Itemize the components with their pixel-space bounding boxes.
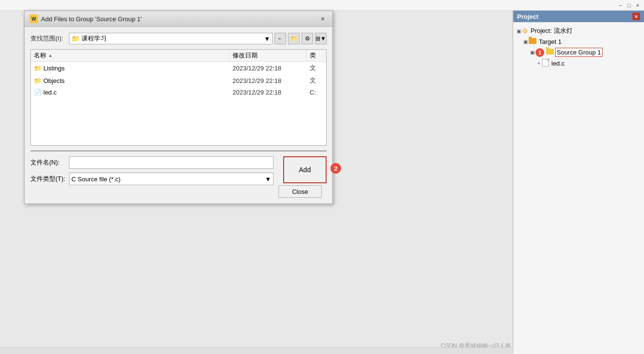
view-icon: ⊞▼: [315, 35, 326, 42]
expand-source-group[interactable]: ▣: [529, 49, 535, 56]
target-icon: [529, 38, 536, 45]
project-panel-close[interactable]: ×: [632, 13, 640, 20]
top-bar: − □ ×: [0, 0, 644, 11]
minimize-button[interactable]: −: [616, 1, 625, 10]
ledc-label[interactable]: led.c: [550, 59, 565, 68]
folder-dropdown-icon: 📁: [71, 35, 80, 42]
tree-item-target[interactable]: ▣ Target 1: [515, 37, 642, 47]
col-name[interactable]: 名称 ▲: [31, 50, 230, 61]
options-icon: ⚙: [305, 35, 310, 42]
filetype-row: 文件类型(T): C Source file (*.c) ▼: [30, 173, 274, 185]
project-panel: Project × ▣ ⚙ Project: 流水灯 ▣ Target 1 ▣ …: [513, 11, 644, 354]
file-type-2: C:: [307, 88, 326, 97]
filename-label: 文件名(N):: [30, 158, 69, 167]
file-name-2: led.c: [43, 89, 56, 96]
file-list-container: 名称 ▲ 修改日期 类 📁 Listings 2023/12/29 22:18 …: [30, 49, 327, 146]
project-panel-title: Project: [517, 13, 538, 20]
main-scrollbar[interactable]: [0, 347, 513, 354]
dialog-close-btn[interactable]: ×: [318, 14, 328, 24]
tree-item-source-group[interactable]: ▣ 1 Source Group 1: [515, 47, 642, 58]
dialog: W Add Files to Group 'Source Group 1' × …: [24, 11, 333, 204]
list-item[interactable]: 📁 Listings 2023/12/29 22:18 文: [31, 62, 326, 74]
list-item[interactable]: 📄 led.c 2023/12/29 22:18 C:: [31, 87, 326, 98]
expand-ledc[interactable]: +: [535, 60, 542, 67]
bottom-main-row: 文件名(N): 文件类型(T): C Source file (*.c) ▼ A…: [30, 156, 327, 198]
filename-row: 文件名(N):: [30, 156, 274, 169]
filetype-value: C Source file (*.c): [71, 176, 121, 183]
add-button[interactable]: Add: [283, 156, 327, 183]
sort-arrow: ▲: [48, 53, 53, 58]
project-label[interactable]: Project: 流水灯: [530, 26, 574, 36]
source-group-icon: [546, 49, 554, 56]
target-label[interactable]: Target 1: [538, 38, 562, 46]
file-folder-icon-1: 📁: [34, 77, 41, 84]
file-row-name: 📄 led.c: [31, 88, 230, 97]
file-type-1: 文: [307, 75, 326, 86]
dialog-body: 查找范围(I): 📁 课程学习 ▼ ← 📁 ⚙ ⊞▼: [25, 27, 332, 204]
file-name-1: Objects: [43, 77, 65, 84]
file-file-icon-2: 📄: [34, 89, 41, 96]
file-date-0: 2023/12/29 22:18: [230, 64, 307, 73]
file-date-1: 2023/12/29 22:18: [230, 76, 307, 85]
file-date-2: 2023/12/29 22:18: [230, 88, 307, 97]
right-btn-col: Add 2 Close: [278, 156, 327, 198]
new-folder-icon: 📁: [290, 35, 298, 42]
col-date[interactable]: 修改日期: [230, 50, 307, 61]
dialog-bottom: 文件名(N): 文件类型(T): C Source file (*.c) ▼ A…: [30, 150, 327, 198]
new-folder-btn[interactable]: 📁: [288, 33, 300, 44]
file-list-body: 📁 Listings 2023/12/29 22:18 文 📁 Objects …: [31, 62, 326, 141]
filetype-label: 文件类型(T):: [30, 175, 69, 183]
dialog-title-bar: W Add Files to Group 'Source Group 1' ×: [25, 11, 332, 27]
file-name-0: Listings: [43, 65, 65, 72]
search-row: 查找范围(I): 📁 课程学习 ▼ ← 📁 ⚙ ⊞▼: [30, 33, 327, 44]
tree-item-project[interactable]: ▣ ⚙ Project: 流水灯: [515, 25, 642, 37]
project-panel-header: Project ×: [513, 11, 644, 22]
file-row-name: 📁 Listings: [31, 64, 230, 73]
project-icon: ⚙: [522, 27, 528, 35]
maximize-button[interactable]: □: [625, 1, 633, 10]
filename-input[interactable]: [69, 156, 274, 169]
folder-dropdown[interactable]: 📁 课程学习 ▼: [69, 33, 273, 44]
tree-item-ledc[interactable]: + led.c: [515, 58, 642, 69]
project-tree: ▣ ⚙ Project: 流水灯 ▣ Target 1 ▣ 1 Source G…: [513, 22, 644, 72]
view-btn[interactable]: ⊞▼: [315, 33, 327, 44]
source-group-label[interactable]: Source Group 1: [555, 48, 603, 57]
filetype-dropdown[interactable]: C Source file (*.c) ▼: [69, 173, 274, 185]
col-type[interactable]: 类: [307, 50, 326, 61]
filetype-arrow: ▼: [265, 176, 271, 183]
file-type-0: 文: [307, 63, 326, 73]
step-badge-1: 1: [535, 48, 544, 57]
options-btn[interactable]: ⚙: [301, 33, 313, 44]
bottom-fields: 文件名(N): 文件类型(T): C Source file (*.c) ▼: [30, 156, 274, 185]
file-list-header: 名称 ▲ 修改日期 类: [31, 50, 326, 62]
back-btn[interactable]: ←: [274, 33, 286, 44]
dropdown-arrow: ▼: [264, 35, 270, 42]
dialog-title-icon: W: [29, 14, 38, 23]
search-controls: 📁 课程学习 ▼ ← 📁 ⚙ ⊞▼: [69, 33, 327, 44]
step-badge-2: 2: [330, 163, 341, 174]
folder-dropdown-value: 课程学习: [82, 34, 107, 43]
window-close-button[interactable]: ×: [633, 1, 642, 10]
file-row-name: 📁 Objects: [31, 76, 230, 85]
file-dialog-close-button[interactable]: Close: [278, 185, 322, 198]
expand-project[interactable]: ▣: [515, 27, 522, 34]
expand-target[interactable]: ▣: [522, 39, 529, 45]
dialog-title-text: Add Files to Group 'Source Group 1': [41, 15, 142, 23]
search-label: 查找范围(I):: [30, 34, 69, 43]
list-item[interactable]: 📁 Objects 2023/12/29 22:18 文: [31, 74, 326, 87]
file-icon-ledc: [542, 59, 549, 68]
file-folder-icon-0: 📁: [34, 65, 41, 72]
